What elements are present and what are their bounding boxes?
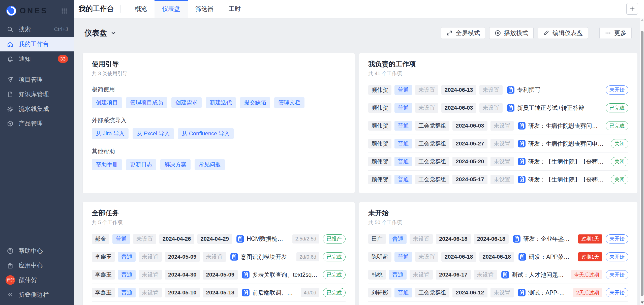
status-badge[interactable]: 已完成 (606, 103, 628, 112)
guide-link-chip[interactable]: 创建需求 (171, 97, 202, 108)
workitem-icon (518, 158, 526, 166)
send-icon (7, 76, 14, 83)
work-item-row[interactable]: 颜伟贺普通工会党群组2024-05-20未设置研发：【生病住院】【丧葬慰问】【红… (368, 152, 628, 170)
work-item-title[interactable]: 研发：APP菜单分块展示研发中… (529, 253, 574, 261)
work-item-title[interactable]: 测试：APP-》工惠e家-》工会… (528, 289, 569, 297)
group-chip: 工会党群组 (415, 121, 449, 131)
work-item-row[interactable]: 陈明超普通未设置2024-06-182024-06-18研发：APP菜单分块展示… (368, 248, 628, 266)
work-item-row[interactable]: 田广普通未设置2024-06-182024-06-18研发：企业年鉴权限修改过期… (368, 230, 628, 248)
status-badge[interactable]: 未开始 (606, 85, 628, 95)
due-date-badge: 过期1天 (578, 252, 602, 261)
work-item-title[interactable]: 研发：企业年鉴权限修改 (523, 235, 574, 243)
status-badge[interactable]: 未开始 (606, 288, 628, 297)
search-button[interactable]: 搜索 Ctrl+J (0, 22, 74, 37)
fullscreen-mode-button[interactable]: 全屏模式 (441, 27, 485, 39)
work-item-title[interactable]: 专利撰写 (517, 86, 601, 94)
group-chip: 工会党群组 (415, 139, 449, 148)
work-item-title[interactable]: 测试：人才池问题修复 (512, 271, 566, 279)
sidebar-item-wiki-management[interactable]: 知识库管理 (0, 87, 74, 102)
work-item-row[interactable]: 李鑫玉普通未设置2024-04-302024-05-09多表关联查询、text2… (92, 266, 346, 284)
guide-link-chip[interactable]: 管理文档 (274, 97, 304, 108)
sidebar-item-product-management[interactable]: 产品管理 (0, 116, 74, 131)
work-item-row[interactable]: 颜伟贺普通工会党群组2024-05-27未设置研发：生病住院慰丧葬问申请和红娘奖… (368, 135, 628, 152)
scrollbar-up-arrow[interactable] (641, 19, 644, 21)
search-label: 搜索 (19, 25, 31, 33)
guide-link-chip[interactable]: 从 Excel 导入 (133, 128, 174, 139)
more-icon (605, 30, 611, 36)
status-badge[interactable]: 未开始 (606, 234, 628, 243)
end-date-chip: 未设置 (474, 270, 497, 280)
scrollbar[interactable] (640, 18, 644, 305)
status-badge[interactable]: 关闭 (611, 175, 628, 184)
work-item-row[interactable]: 刘轩彤普通工会党群组2024-06-13未设置测试：工会管理-》工惠e家-》…2… (368, 301, 628, 305)
add-tab-button[interactable] (626, 3, 638, 15)
card-subtitle: 共 3 类使用引导 (92, 70, 346, 77)
work-item-row[interactable]: 颜伟贺普通工会党群组2024-06-03未设置研发：生病住院慰丧葬问申请和红娘奖… (368, 117, 628, 135)
tab-timesheet[interactable]: 工时 (221, 0, 248, 18)
work-item-title[interactable]: 研发：【生病住院】【丧葬慰问】后端研发 (528, 176, 606, 184)
guide-link-chip[interactable]: 从 Confluence 导入 (178, 128, 234, 139)
sidebar-item-pipeline-integration[interactable]: 流水线集成 (0, 102, 74, 116)
work-item-title[interactable]: 研发：生病住院慰丧葬问申请和红娘奖申请… (528, 122, 601, 130)
sidebar-item-user-profile[interactable]: 伟贺颜伟贺 (0, 273, 74, 287)
work-item-title[interactable]: 研发：生病住院慰丧葬问申请和红娘奖申请审… (528, 140, 606, 148)
status-badge[interactable]: 已完成 (323, 288, 346, 297)
work-item-row[interactable]: 韩桃普通未设置2024-06-17未设置测试：人才池问题修复今天后过期未开始 (368, 266, 628, 284)
card-subtitle: 共 50 个工作项 (368, 219, 628, 226)
work-item-title[interactable]: 意图识别模块开发 (241, 253, 292, 261)
work-item-title[interactable]: 新员工转正考试+转正答辩 (517, 104, 601, 112)
guide-link-chip[interactable]: 帮助手册 (92, 159, 122, 170)
edit-mode-button[interactable]: 编辑仪表盘 (538, 27, 588, 39)
tab-filters[interactable]: 筛选器 (188, 0, 221, 18)
status-badge[interactable]: 关闭 (611, 139, 628, 148)
play-mode-button[interactable]: 播放模式 (489, 27, 534, 39)
work-item-row[interactable]: 刘轩彤普通工会党群组2024-06-12未设置测试：APP-》工惠e家-》工会…… (368, 284, 628, 301)
guide-link-chip[interactable]: 解决方案 (160, 159, 191, 170)
work-item-row[interactable]: 颜伟贺普通未设置2024-06-03未设置新员工转正考试+转正答辩已完成 (368, 99, 628, 117)
cards-grid: 使用引导共 3 类使用引导极简使用创建项目管理项目成员创建需求新建迭代提交缺陷管… (82, 53, 632, 305)
work-item-row[interactable]: 郝金普通未设置2024-04-292024-05-10前端页面开发、接口对接关闭 (92, 301, 346, 305)
status-badge[interactable]: 已投产 (323, 234, 346, 243)
scrollbar-down-arrow[interactable] (641, 301, 644, 304)
guide-link-chip[interactable]: 新建迭代 (206, 97, 236, 108)
status-badge[interactable]: 未开始 (606, 252, 628, 261)
work-item-row[interactable]: 颜伟贺普通工会党群组2024-05-17未设置研发：【生病住院】【丧葬慰问】后端… (368, 170, 628, 188)
work-item-row[interactable]: 颜伟贺普通未设置2024-06-13未设置专利撰写未开始 (368, 81, 628, 99)
priority-chip: 普通 (112, 234, 130, 244)
apps-grid-icon[interactable] (61, 8, 68, 14)
work-item-title[interactable]: 研发：【生病住院】【丧葬慰问】【红娘奖】 (528, 158, 606, 166)
dashboard-title-dropdown[interactable]: 仪表盘 (84, 28, 117, 38)
tab-overview[interactable]: 概览 (127, 0, 155, 18)
sidebar-item-project-management[interactable]: 项目管理 (0, 72, 74, 87)
sidebar-item-collapse-sidebar[interactable]: 折叠侧边栏 (0, 287, 74, 302)
card-my-work-items: 我负责的工作项共 41 个工作项颜伟贺普通未设置2024-06-13未设置专利撰… (359, 53, 638, 193)
more-button[interactable]: 更多 (599, 27, 632, 39)
work-item-title[interactable]: HCM数据梳理、测试数据整理 (247, 235, 288, 243)
work-item-row[interactable]: 李鑫玉普通未设置2024-05-09未设置意图识别模块开发2d/0.6d已完成 (92, 248, 346, 266)
status-badge[interactable]: 已完成 (606, 121, 628, 130)
sidebar-item-help-center[interactable]: 帮助中心 (0, 243, 74, 258)
end-date-chip: 2024-05-13 (203, 288, 238, 297)
sidebar-item-notifications[interactable]: 通知33 (0, 51, 74, 66)
sidebar-item-label: 项目管理 (19, 76, 43, 84)
guide-link-chip[interactable]: 提交缺陷 (240, 97, 270, 108)
work-item-row[interactable]: 郝金普通未设置2024-04-262024-04-29HCM数据梳理、测试数据整… (92, 230, 346, 248)
scrollbar-thumb[interactable] (641, 31, 643, 296)
status-badge[interactable]: 关闭 (611, 157, 628, 166)
guide-link-chip[interactable]: 从 Jira 导入 (92, 128, 129, 139)
group-chip: 未设置 (139, 252, 162, 262)
tab-dashboard[interactable]: 仪表盘 (155, 0, 188, 18)
status-badge[interactable]: 已完成 (323, 252, 346, 261)
card-title: 未开始 (368, 208, 628, 218)
work-item-row[interactable]: 李鑫玉普通未设置2024-05-102024-05-13前后端联调、测试、bug… (92, 284, 346, 301)
work-item-title[interactable]: 前后端联调、测试、bug优化 (252, 289, 296, 297)
sidebar-item-my-workspace[interactable]: 我的工作台 (0, 37, 74, 51)
guide-link-chip[interactable]: 创建项目 (92, 97, 122, 108)
sidebar-item-app-center[interactable]: 应用中心 (0, 258, 74, 273)
guide-link-chip[interactable]: 常见问题 (195, 159, 225, 170)
status-badge[interactable]: 已完成 (323, 270, 346, 279)
status-badge[interactable]: 未开始 (606, 270, 628, 279)
work-item-title[interactable]: 多表关联查询、text2sql优化 (252, 271, 318, 279)
guide-link-chip[interactable]: 管理项目成员 (126, 97, 167, 108)
guide-link-chip[interactable]: 更新日志 (126, 159, 156, 170)
